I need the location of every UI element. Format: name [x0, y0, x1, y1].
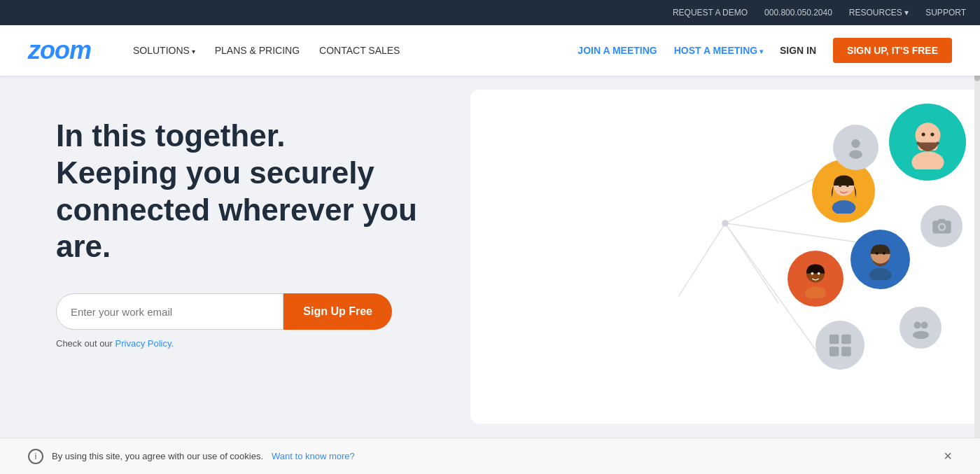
svg-rect-32	[830, 347, 839, 356]
svg-point-34	[913, 321, 920, 328]
illustration	[470, 90, 980, 424]
avatar-yellow	[812, 160, 875, 223]
svg-line-3	[725, 223, 865, 244]
avatar-gray4	[899, 307, 941, 349]
svg-line-0	[725, 176, 819, 223]
resources-menu[interactable]: RESOURCES	[849, 8, 909, 18]
svg-point-5	[722, 220, 729, 227]
svg-point-13	[832, 200, 855, 214]
svg-line-2	[678, 223, 725, 297]
email-input[interactable]	[56, 293, 284, 330]
svg-point-22	[876, 252, 878, 255]
avatar-gray3	[816, 321, 864, 370]
host-meeting-link[interactable]: HOST A MEETING	[674, 45, 763, 56]
svg-line-1	[725, 223, 778, 303]
svg-rect-31	[841, 335, 850, 344]
join-meeting-link[interactable]: JOIN A MEETING	[578, 45, 657, 56]
plans-pricing-link[interactable]: PLANS & PRICING	[215, 45, 300, 56]
svg-rect-30	[830, 335, 839, 344]
svg-point-14	[839, 184, 841, 187]
cookie-learn-more[interactable]: Want to know more?	[272, 451, 355, 461]
svg-point-19	[818, 272, 820, 275]
privacy-policy-link[interactable]: Privacy Policy.	[115, 338, 174, 349]
request-demo-link[interactable]: REQUEST A DEMO	[673, 8, 748, 18]
svg-point-7	[911, 151, 944, 169]
svg-point-18	[811, 272, 813, 275]
top-bar: REQUEST A DEMO 000.800.050.2040 RESOURCE…	[0, 0, 980, 25]
svg-point-21	[869, 267, 892, 280]
phone-number: 000.800.050.2040	[764, 8, 832, 18]
avatar-blue	[850, 230, 910, 289]
cookie-bar: i By using this site, you agree with our…	[0, 438, 980, 474]
signup-button-nav[interactable]: SIGN UP, IT'S FREE	[833, 38, 952, 63]
svg-point-17	[805, 286, 826, 298]
hero-section: In this together. Keeping you securely c…	[0, 76, 980, 438]
cookie-close-button[interactable]: ×	[944, 448, 952, 464]
svg-rect-33	[841, 347, 850, 356]
sign-in-link[interactable]: SIGN IN	[780, 45, 816, 56]
scrollbar[interactable]	[974, 25, 980, 474]
hero-left: In this together. Keeping you securely c…	[0, 76, 470, 438]
avatar-teal	[889, 104, 966, 181]
svg-point-15	[846, 184, 848, 187]
svg-point-10	[921, 132, 925, 136]
avatar-gray2	[920, 205, 962, 247]
avatar-gray1	[833, 125, 878, 170]
email-form: Sign Up Free	[56, 293, 392, 330]
cookie-message: By using this site, you agree with our u…	[52, 451, 263, 461]
privacy-text: Check out our Privacy Policy.	[56, 338, 428, 349]
solutions-menu[interactable]: SOLUTIONS	[133, 45, 195, 56]
svg-point-36	[912, 330, 928, 339]
support-link[interactable]: SUPPORT	[925, 8, 966, 18]
svg-point-24	[851, 139, 860, 148]
svg-point-25	[849, 150, 862, 158]
svg-point-35	[920, 321, 927, 328]
hero-heading: In this together. Keeping you securely c…	[56, 118, 428, 265]
svg-point-23	[882, 252, 885, 255]
contact-sales-link[interactable]: CONTACT SALES	[319, 45, 400, 56]
svg-rect-29	[938, 218, 945, 221]
main-nav: zoom SOLUTIONS PLANS & PRICING CONTACT S…	[0, 25, 980, 76]
avatar-orange	[788, 251, 844, 307]
signup-form-button[interactable]: Sign Up Free	[284, 293, 392, 330]
svg-point-28	[939, 225, 944, 230]
zoom-logo[interactable]: zoom	[28, 36, 91, 65]
hero-right	[470, 90, 980, 424]
svg-point-11	[930, 132, 934, 136]
info-icon: i	[28, 449, 43, 464]
